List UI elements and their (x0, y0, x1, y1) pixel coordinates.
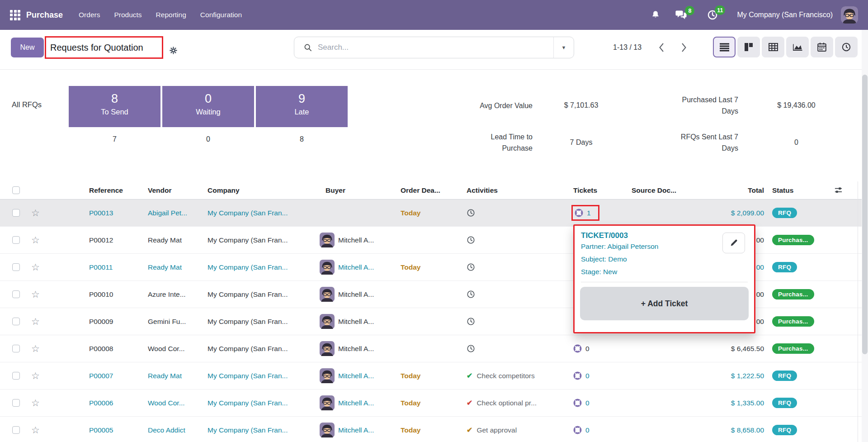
activity-clock-icon[interactable] (467, 236, 475, 244)
vendor-link[interactable]: Abigail Pet... (148, 209, 187, 217)
col-order-deadline[interactable]: Order Dea... (401, 181, 461, 199)
activity-clock-icon[interactable] (467, 317, 475, 326)
favorite-star-icon[interactable]: ☆ (31, 344, 40, 353)
company-link[interactable]: My Company (San Fran... (208, 426, 288, 434)
notifications-bell-icon[interactable] (651, 10, 660, 20)
row-checkbox[interactable] (12, 263, 20, 271)
company-link[interactable]: My Company (San Fran... (208, 290, 288, 299)
col-activities[interactable]: Activities (461, 181, 571, 199)
messages-icon[interactable]: 8 (675, 10, 687, 20)
col-status[interactable]: Status (766, 181, 816, 199)
company-link[interactable]: My Company (San Fran... (208, 209, 288, 217)
row-checkbox[interactable] (12, 318, 20, 325)
company-link[interactable]: My Company (San Fran... (208, 263, 288, 271)
select-all-checkbox[interactable] (12, 186, 20, 194)
col-tickets[interactable]: Tickets (571, 181, 632, 199)
view-activity-button[interactable] (835, 37, 858, 57)
tickets-cell[interactable]: 0 (573, 426, 590, 434)
view-list-button[interactable] (713, 37, 736, 57)
view-calendar-button[interactable] (811, 37, 833, 57)
company-link[interactable]: My Company (San Fran... (208, 345, 288, 353)
activity-clock-icon[interactable] (467, 344, 475, 353)
activity-clock-icon[interactable] (467, 290, 475, 299)
table-row[interactable]: ☆P00008Wood Cor...My Company (San Fran..… (0, 335, 862, 362)
app-name[interactable]: Purchase (26, 10, 63, 20)
reference-link[interactable]: P00009 (89, 318, 113, 326)
col-buyer[interactable]: Buyer (316, 181, 401, 199)
col-source-document[interactable]: Source Doc... (632, 181, 703, 199)
reference-link[interactable]: P00011 (89, 263, 113, 271)
company-link[interactable]: My Company (San Fran... (208, 372, 288, 380)
view-graph-button[interactable] (786, 37, 809, 57)
apps-menu-icon[interactable] (10, 10, 20, 20)
row-checkbox[interactable] (12, 426, 20, 434)
col-total[interactable]: Total (703, 181, 766, 199)
row-checkbox[interactable] (12, 345, 20, 352)
favorite-star-icon[interactable]: ☆ (31, 398, 40, 408)
company-link[interactable]: My Company (San Fran... (208, 236, 288, 244)
favorite-star-icon[interactable]: ☆ (31, 290, 40, 299)
reference-link[interactable]: P00012 (89, 236, 113, 244)
scrollbar-thumb[interactable] (862, 75, 868, 354)
row-checkbox[interactable] (12, 399, 20, 407)
reference-link[interactable]: P00005 (89, 426, 113, 434)
col-vendor[interactable]: Vendor (148, 181, 208, 199)
row-checkbox[interactable] (12, 372, 20, 380)
menu-orders[interactable]: Orders (79, 11, 100, 19)
kpi-box-to-send[interactable]: 8 To Send (69, 86, 160, 127)
scrollbar[interactable] (862, 30, 868, 442)
company-switcher[interactable]: My Company (San Francisco) (737, 11, 833, 19)
user-avatar[interactable] (841, 6, 858, 24)
my-waiting-count[interactable]: 0 (162, 135, 254, 143)
col-reference[interactable]: Reference (48, 181, 148, 199)
kpi-box-late[interactable]: 9 Late (256, 86, 348, 127)
activity-check-icon[interactable]: ✔ (467, 399, 472, 407)
vendor-link[interactable]: Azure Inte... (148, 290, 186, 299)
view-kanban-button[interactable] (737, 37, 760, 57)
vendor-link[interactable]: Wood Cor... (148, 399, 185, 407)
edit-ticket-button[interactable] (722, 233, 745, 253)
vendor-link[interactable]: Gemini Fu... (148, 318, 186, 326)
menu-reporting[interactable]: Reporting (156, 11, 186, 19)
activity-check-icon[interactable]: ✔ (467, 372, 472, 380)
favorite-star-icon[interactable]: ☆ (31, 371, 40, 380)
tickets-cell-annotated[interactable]: 1 (571, 205, 599, 221)
vendor-link[interactable]: Deco Addict (148, 426, 185, 434)
favorite-star-icon[interactable]: ☆ (31, 425, 40, 435)
company-link[interactable]: My Company (San Fran... (208, 318, 288, 326)
activity-clock-icon[interactable] (467, 209, 475, 217)
table-row[interactable]: ☆P00006Wood Cor...My Company (San Fran..… (0, 390, 862, 417)
action-gear-icon[interactable] (169, 46, 178, 57)
table-row[interactable]: ☆P00013Abigail Pet...My Company (San Fra… (0, 200, 862, 227)
vendor-link[interactable]: Wood Cor... (148, 345, 185, 353)
activity-clock-icon[interactable] (467, 263, 475, 271)
optional-columns-button[interactable] (834, 186, 843, 195)
activities-icon[interactable]: 11 (707, 10, 718, 20)
view-pivot-button[interactable] (762, 37, 784, 57)
tickets-cell[interactable]: 0 (573, 371, 590, 380)
kpi-box-waiting[interactable]: 0 Waiting (162, 86, 254, 127)
favorite-star-icon[interactable]: ☆ (31, 235, 40, 245)
reference-link[interactable]: P00007 (89, 372, 113, 380)
col-company[interactable]: Company (208, 181, 316, 199)
reference-link[interactable]: P00008 (89, 345, 113, 353)
table-row[interactable]: ☆P00007Ready MatMy Company (San Fran...M… (0, 362, 862, 390)
reference-link[interactable]: P00010 (89, 290, 113, 299)
vendor-link[interactable]: Ready Mat (148, 236, 182, 244)
table-row[interactable]: ☆P00005Deco AddictMy Company (San Fran..… (0, 417, 862, 442)
pager-next-button[interactable] (681, 43, 687, 52)
new-button[interactable]: New (11, 38, 44, 57)
row-checkbox[interactable] (12, 209, 20, 217)
search-dropdown-toggle[interactable]: ▼ (553, 37, 574, 58)
my-late-count[interactable]: 8 (256, 135, 348, 143)
my-to-send-count[interactable]: 7 (69, 135, 160, 143)
pager-previous-button[interactable] (659, 43, 664, 52)
row-checkbox[interactable] (12, 290, 20, 298)
add-ticket-button[interactable]: + Add Ticket (580, 287, 749, 320)
row-checkbox[interactable] (12, 236, 20, 244)
activity-check-icon[interactable]: ✔ (467, 427, 472, 434)
favorite-star-icon[interactable]: ☆ (31, 262, 40, 272)
favorite-star-icon[interactable]: ☆ (31, 208, 40, 218)
reference-link[interactable]: P00006 (89, 399, 113, 407)
menu-configuration[interactable]: Configuration (200, 11, 242, 19)
